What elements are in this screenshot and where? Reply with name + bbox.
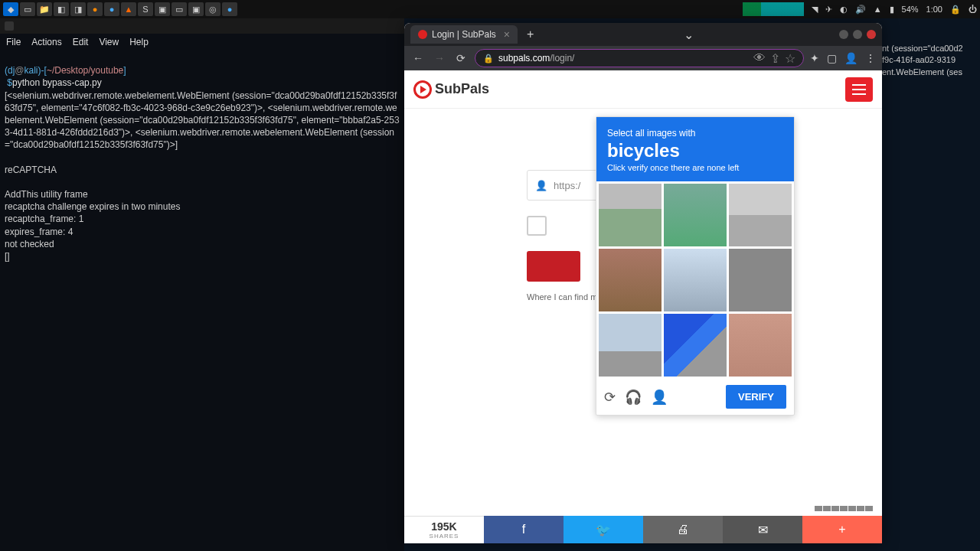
captcha-tile[interactable] — [729, 314, 792, 377]
terminal-menubar: File Actions Edit View Help — [0, 34, 404, 51]
clock[interactable]: 1:00 — [926, 5, 942, 14]
minimize-button[interactable] — [839, 30, 848, 39]
input-value: https:/ — [554, 180, 580, 191]
menu-icon[interactable]: ⋮ — [865, 52, 876, 64]
share-bar: 195K SHARES f 🐦 🖨 ✉ + — [404, 516, 882, 543]
address-bar[interactable]: 🔒 subpals.com/login/ 👁 ⇪ ☆ — [475, 49, 804, 67]
background-terminal: nt (session="dca00d2 f9c-416f-aa02-9319 … — [882, 43, 980, 104]
wifi-icon[interactable]: ◥ — [812, 5, 818, 15]
captcha-tile[interactable] — [599, 314, 662, 377]
captcha-tile[interactable] — [729, 184, 792, 246]
captcha-tile[interactable] — [729, 249, 792, 311]
terminal-body[interactable]: (dj@kali)-[~/Desktop/youtube] $python by… — [0, 51, 404, 276]
recaptcha-checkbox[interactable] — [527, 216, 547, 236]
tab-dropdown-icon[interactable]: ⌄ — [684, 28, 694, 42]
captcha-audio-icon[interactable]: 🎧 — [625, 389, 642, 406]
app-icon[interactable]: ▭ — [172, 2, 187, 16]
new-tab-button[interactable]: + — [522, 28, 538, 41]
maximize-button[interactable] — [853, 30, 862, 39]
audio-visualizer-icon — [743, 2, 804, 16]
menu-edit[interactable]: Edit — [73, 37, 89, 47]
share-more-button[interactable]: + — [802, 516, 882, 543]
terminal-icon[interactable]: ▣ — [188, 2, 204, 16]
tab-title: Login | SubPals — [432, 29, 496, 40]
notification-icon[interactable]: ▲ — [874, 5, 882, 14]
terminal-titlebar[interactable] — [0, 18, 404, 34]
app-icon[interactable]: ▭ — [20, 2, 35, 16]
reload-button[interactable]: ⟳ — [453, 52, 469, 64]
terminal-title-icon — [5, 21, 14, 31]
prompt-path: ~/Desktop/youtube — [47, 65, 123, 76]
browser-tab[interactable]: Login | SubPals × — [410, 25, 518, 44]
menu-icon[interactable]: ◆ — [3, 2, 18, 16]
app-icon[interactable]: ◎ — [205, 2, 220, 16]
battery-text: 54% — [902, 5, 919, 14]
captcha-target: bicycles — [607, 140, 783, 161]
battery-icon[interactable]: ▮ — [890, 5, 894, 15]
captcha-grid — [596, 181, 794, 379]
captcha-tile[interactable] — [599, 249, 662, 311]
hamburger-menu-button[interactable] — [845, 77, 873, 102]
menu-file[interactable]: File — [6, 37, 21, 47]
recaptcha-challenge: Select all images with bicycles Click ve… — [596, 116, 795, 416]
menu-help[interactable]: Help — [129, 37, 149, 47]
terminal-output: reCAPTCHA — [5, 165, 57, 175]
language-flags[interactable] — [815, 506, 873, 511]
browser-titlebar[interactable]: Login | SubPals × + ⌄ — [404, 23, 882, 46]
eye-icon[interactable]: 👁 — [753, 51, 766, 65]
terminal-icon[interactable]: ▣ — [155, 2, 170, 16]
extensions-icon[interactable]: ✦ — [810, 52, 819, 64]
captcha-tile[interactable] — [664, 184, 727, 246]
share-twitter-button[interactable]: 🐦 — [564, 516, 643, 543]
share-count: 195K SHARES — [404, 516, 484, 543]
page-content: SubPals 👤 https:/ Where I can find m Sel… — [404, 70, 882, 543]
power-icon[interactable]: ⏻ — [969, 5, 977, 14]
user-icon: 👤 — [535, 180, 547, 191]
terminal-output: recaptcha challenge expires in two minut… — [5, 201, 180, 212]
share-icon[interactable]: ⇪ — [770, 51, 780, 66]
verify-button[interactable]: VERIFY — [726, 385, 786, 409]
chrome-icon[interactable]: ● — [104, 2, 119, 16]
bookmark-icon[interactable]: ☆ — [785, 51, 795, 66]
prompt-host: kali — [24, 65, 38, 76]
captcha-info-icon[interactable]: 👤 — [651, 389, 668, 406]
tray-icon[interactable]: ◐ — [840, 5, 848, 15]
site-logo[interactable]: SubPals — [413, 80, 489, 99]
close-button[interactable] — [867, 30, 876, 39]
menu-view[interactable]: View — [99, 37, 119, 47]
terminal-window[interactable]: File Actions Edit View Help (dj@kali)-[~… — [0, 18, 404, 551]
app-icon[interactable]: S — [138, 2, 153, 16]
back-button[interactable]: ← — [410, 52, 426, 64]
firefox-icon[interactable]: ● — [87, 2, 103, 16]
captcha-tile[interactable] — [664, 314, 727, 377]
telegram-icon[interactable]: ✈ — [825, 5, 832, 15]
share-facebook-button[interactable]: f — [484, 516, 564, 543]
site-header: SubPals — [404, 70, 882, 109]
lock-icon[interactable]: 🔒 — [950, 5, 961, 15]
tab-close-icon[interactable]: × — [504, 28, 510, 41]
browser-toolbar: ← → ⟳ 🔒 subpals.com/login/ 👁 ⇪ ☆ ✦ ▢ 👤 ⋮ — [404, 46, 882, 70]
captcha-reload-icon[interactable]: ⟳ — [604, 389, 616, 406]
login-button[interactable] — [527, 251, 580, 282]
app-icon[interactable]: ◧ — [54, 2, 69, 16]
lock-icon[interactable]: 🔒 — [483, 54, 494, 64]
taskbar-apps: ◆ ▭ 📁 ◧ ◨ ● ● ▲ S ▣ ▭ ▣ ◎ ● — [3, 2, 237, 16]
files-icon[interactable]: 📁 — [37, 2, 52, 16]
captcha-subtext: Click verify once there are none left — [607, 163, 783, 172]
captcha-tile[interactable] — [664, 249, 727, 311]
volume-icon[interactable]: 🔊 — [855, 5, 866, 15]
chrome-icon[interactable]: ● — [222, 2, 237, 16]
share-email-button[interactable]: ✉ — [723, 516, 802, 543]
profile-icon[interactable]: 👤 — [844, 52, 858, 64]
menu-actions[interactable]: Actions — [31, 37, 61, 47]
panel-icon[interactable]: ▢ — [827, 52, 837, 64]
app-icon[interactable]: ◨ — [70, 2, 86, 16]
captcha-tile[interactable] — [599, 184, 662, 246]
logo-text: SubPals — [435, 81, 489, 97]
tab-favicon-icon — [418, 30, 427, 39]
terminal-output: expires_frame: 4 — [5, 227, 73, 237]
share-print-button[interactable]: 🖨 — [643, 516, 723, 543]
terminal-output: not checked — [5, 239, 54, 249]
app-icon[interactable]: ▲ — [121, 2, 136, 16]
forward-button[interactable]: → — [432, 52, 447, 64]
